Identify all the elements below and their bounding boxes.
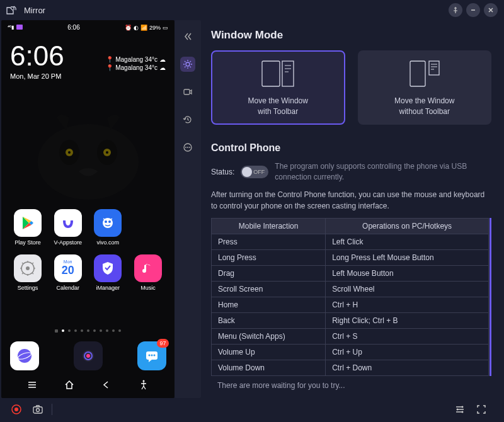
- table-row: Volume UpCtrl + Up: [212, 344, 489, 360]
- titlebar: Mirror: [0, 0, 504, 20]
- svg-point-9: [105, 220, 107, 223]
- fullscreen-button[interactable]: [474, 402, 489, 417]
- battery-icon: ▭: [163, 25, 168, 31]
- th-mobile: Mobile Interaction: [212, 218, 326, 234]
- lock-time: 6:06: [10, 42, 64, 70]
- phone-navbar: [1, 379, 175, 393]
- sidebar: [175, 20, 201, 398]
- sidebar-record[interactable]: [180, 84, 195, 100]
- sidebar-history[interactable]: [180, 112, 195, 127]
- status-label: Status:: [211, 168, 234, 176]
- svg-point-35: [187, 147, 188, 148]
- svg-rect-42: [410, 61, 425, 86]
- svg-point-53: [462, 411, 464, 413]
- dnd-icon: ◐: [134, 25, 139, 31]
- battery-percent: 29%: [149, 25, 161, 31]
- svg-point-48: [14, 408, 18, 411]
- app-calendar[interactable]: Mon20Calendar: [50, 254, 86, 291]
- svg-point-20: [26, 266, 30, 270]
- signal-icon: ⁴⁶▮: [8, 25, 14, 30]
- svg-rect-37: [262, 61, 280, 86]
- settings-toggle-button: [452, 402, 467, 417]
- dock-messages[interactable]: 97: [137, 341, 166, 370]
- phone-mirror[interactable]: ⁴⁶▮ 6:06 ⏰◐📶 29%▭ 6:06 Mon, Mar 20 PM 📍M…: [1, 20, 175, 398]
- th-pc: Operations on PC/Hotkeys: [326, 218, 489, 234]
- pin-button[interactable]: [449, 3, 462, 17]
- table-row: Menu (Switch Apps)Ctrl + S: [212, 328, 489, 344]
- app-grid: Play Store V-Appstore vivo.com Settings …: [1, 209, 175, 300]
- app-title: Mirror: [24, 6, 45, 15]
- table-row: Volume DownCtrl + Down: [212, 360, 489, 375]
- app-vappstore[interactable]: V-Appstore: [50, 209, 86, 246]
- weather-icon: ☁: [159, 64, 166, 71]
- more-hint: There are more waiting for you to try...: [211, 376, 491, 395]
- weather-widget: 📍Magalang 34°c☁ 📍Magalang 34°c☁: [106, 56, 166, 72]
- nav-home[interactable]: [64, 379, 75, 393]
- app-vivocom[interactable]: vivo.com: [90, 209, 125, 246]
- collapse-button[interactable]: [180, 29, 195, 44]
- svg-point-31: [186, 62, 190, 66]
- table-row: Scroll ScreenScroll Wheel: [212, 281, 489, 297]
- pin-icon: 📍: [106, 64, 113, 71]
- svg-point-7: [106, 151, 108, 154]
- app-logo-icon: [6, 6, 19, 14]
- svg-line-16: [22, 263, 23, 264]
- record-button[interactable]: [9, 402, 24, 417]
- nav-menu[interactable]: [26, 379, 38, 393]
- svg-point-28: [151, 355, 152, 356]
- badge: 97: [157, 339, 168, 348]
- dock: 97: [1, 341, 175, 373]
- dock-browser[interactable]: [10, 341, 39, 370]
- svg-point-34: [185, 147, 186, 148]
- control-phone-title: Control Phone: [211, 142, 491, 154]
- app-imanager[interactable]: iManager: [90, 254, 125, 291]
- control-description: After turning on the Control Phone funct…: [211, 189, 491, 212]
- svg-line-17: [32, 273, 33, 274]
- svg-point-52: [457, 409, 459, 411]
- footer: [0, 398, 504, 421]
- screenshot-button[interactable]: [30, 402, 45, 417]
- weather-icon: ☁: [159, 56, 166, 63]
- table-row: BackRight Click; Ctrl + B: [212, 312, 489, 328]
- table-row: DragLeft Mouse Button: [212, 265, 489, 281]
- svg-rect-49: [33, 407, 42, 413]
- hotkeys-table: Mobile Interaction Operations on PC/Hotk…: [211, 218, 489, 376]
- sidebar-more[interactable]: [180, 140, 195, 155]
- nav-accessibility[interactable]: [138, 379, 149, 393]
- sim-icon: [16, 25, 23, 30]
- phone-statusbar: ⁴⁶▮ 6:06 ⏰◐📶 29%▭: [1, 20, 175, 31]
- svg-point-30: [142, 380, 144, 382]
- table-row: Long PressLong Press Left Mouse Button: [212, 249, 489, 265]
- pin-icon: 📍: [106, 56, 113, 63]
- window-mode-title: Window Mode: [211, 29, 491, 42]
- app-playstore[interactable]: Play Store: [10, 209, 45, 246]
- svg-point-25: [86, 354, 90, 358]
- svg-point-29: [153, 355, 155, 356]
- alarm-icon: ⏰: [125, 25, 132, 31]
- sidebar-settings[interactable]: [180, 57, 195, 72]
- app-music[interactable]: Music: [130, 254, 166, 291]
- minimize-button[interactable]: [466, 3, 480, 17]
- table-row: PressLeft Click: [212, 234, 489, 249]
- svg-line-19: [22, 273, 23, 274]
- status-note: The program only supports controlling th…: [275, 161, 491, 183]
- control-toggle[interactable]: OFF: [241, 166, 268, 178]
- svg-line-18: [32, 263, 33, 264]
- svg-point-51: [462, 406, 464, 408]
- mode-with-toolbar[interactable]: Move the Window with Toolbar: [211, 50, 345, 125]
- svg-rect-43: [429, 61, 439, 75]
- svg-point-27: [148, 355, 150, 356]
- svg-point-1: [38, 124, 139, 200]
- svg-point-50: [37, 409, 40, 412]
- status-clock: 6:06: [67, 24, 79, 31]
- settings-panel: Window Mode Move the Window with Toolbar…: [201, 20, 504, 398]
- app-settings[interactable]: Settings: [10, 254, 45, 291]
- dock-camera[interactable]: [74, 341, 103, 370]
- close-button[interactable]: [484, 3, 498, 17]
- svg-rect-32: [184, 89, 190, 94]
- svg-point-10: [108, 220, 111, 223]
- svg-point-6: [68, 151, 71, 154]
- mode-without-toolbar[interactable]: Move the Window without Toolbar: [358, 50, 492, 125]
- nav-back[interactable]: [101, 379, 112, 393]
- svg-rect-38: [282, 61, 294, 86]
